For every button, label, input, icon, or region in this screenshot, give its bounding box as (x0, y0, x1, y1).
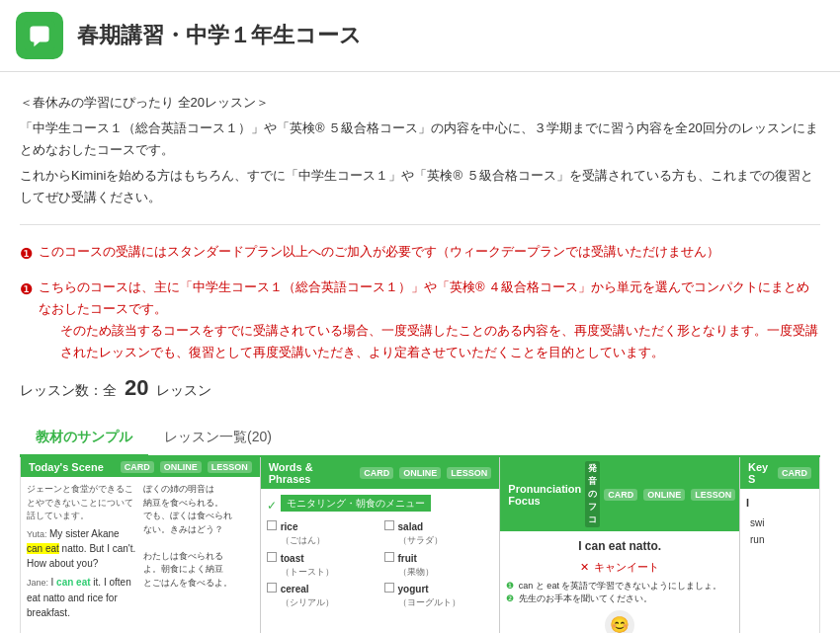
desc-line3: これからKiminiを始める方はもちろん、すでに「中学生コース１」や「英検® ５… (20, 165, 820, 208)
translation-text: ぼくの姉の明音は 納豆を食べられる。 でも、ぼくは食べられ ない。きみはどう？ … (143, 483, 254, 590)
pron-katakana: ✕ キャンイート (506, 559, 733, 576)
word-salad-jp: （サラダ） (398, 534, 443, 548)
warning-text-1: このコースの受講にはスタンダードプラン以上へのご加入が必要です（ウィークデープラ… (39, 241, 719, 263)
pron-note1: ❶ can と eat を英語で学習できないようにしましょ。 (506, 580, 733, 593)
tab-sample[interactable]: 教材のサンプル (20, 421, 148, 457)
words-checkmark-row: ✓ モニタリング・朝食のメニュー (267, 495, 494, 515)
card-today-scene-header: Today's Scene CARD ONLINE LESSON (21, 457, 260, 477)
card-badges: CARD ONLINE LESSON (117, 461, 252, 473)
checkbox-yogurt[interactable] (384, 583, 394, 593)
lesson-count-post: レッスン (156, 382, 211, 398)
highlight-can-eat: can eat (27, 543, 59, 554)
highlight-can-eat-2: can eat (56, 577, 90, 588)
card-words-header: Words & Phrases CARD ONLINE LESSON (261, 457, 500, 489)
pron-sentence: I can eat natto. (506, 537, 733, 555)
word-fruit: fruit （果物） (384, 551, 494, 580)
card-today-scene-title: Today's Scene (29, 461, 104, 473)
dialog-jane-name: Jane: (27, 578, 51, 588)
avatar-face: 😊 (610, 613, 630, 633)
card-pron-title: Pronunciation Focus (508, 483, 581, 507)
warning-icon-1: ❶ (20, 241, 33, 267)
main-content: ＜春休みの学習にぴったり 全20レッスン＞ 「中学生コース１（総合英語コース１）… (0, 72, 840, 633)
card-today-scene: Today's Scene CARD ONLINE LESSON ジェーンと食堂… (21, 457, 261, 633)
scene-translation: ぼくの姉の明音は 納豆を食べられる。 でも、ぼくは食べられ ない。きみはどう？ … (143, 483, 254, 620)
pron-note2: ❷ 先生のお手本を聞いてください。 (506, 593, 733, 606)
desc-line2: 「中学生コース１（総合英語コース１）」や「英検® ５級合格コース」の内容を中心に… (20, 118, 820, 161)
card-pron-badges: CARD ONLINE LESSON (600, 489, 735, 501)
badge-online2: ONLINE (399, 467, 441, 479)
words-col-right: salad （サラダ） fruit （果物） (384, 519, 494, 613)
warning-text-2: こちらのコースは、主に「中学生コース１（総合英語コース１）」や「英検® ４級合格… (39, 277, 820, 363)
dialog-yuta: Yuta: My sister Akane can eat natto. But… (27, 526, 137, 572)
checkbox-rice[interactable] (267, 520, 277, 530)
badge-card2: CARD (360, 467, 393, 479)
scene-dialog: ジェーンと食堂ができることやできないことについて話しています。 Yuta: My… (27, 483, 137, 620)
word-yogurt-jp: （ヨーグルト） (398, 596, 461, 610)
words-col-left: rice （ごはん） toast （トースト） (267, 519, 377, 613)
lesson-count-number: 20 (125, 375, 148, 400)
badge-card4: CARD (778, 467, 811, 479)
pron-katakana-text: キャンイート (594, 561, 659, 573)
dialog-yuta-name: Yuta: (27, 529, 49, 539)
card-today-scene-body: ジェーンと食堂ができることやできないことについて話しています。 Yuta: My… (21, 477, 260, 626)
word-fruit-text: fruit （果物） (398, 551, 434, 580)
sample-cards-row: Today's Scene CARD ONLINE LESSON ジェーンと食堂… (20, 457, 820, 633)
word-cereal: cereal （シリアル） (267, 582, 377, 610)
badge-online3: ONLINE (643, 489, 685, 501)
word-toast-text: toast （トースト） (281, 551, 334, 580)
pron-avatar: 😊 (605, 610, 634, 633)
word-toast-jp: （トースト） (281, 566, 334, 580)
word-rice: rice （ごはん） (267, 519, 377, 548)
badge-card: CARD (121, 461, 154, 473)
words-columns: rice （ごはん） toast （トースト） (267, 519, 494, 613)
card-key-scene: Key S CARD I swi run (740, 457, 819, 633)
word-fruit-jp: （果物） (398, 566, 434, 580)
page-header: 春期講習・中学１年生コース (0, 0, 840, 72)
badge-lesson2: LESSON (447, 467, 491, 479)
warning-icon-2: ❶ (20, 277, 33, 302)
warning-block-1: ❶ このコースの受講にはスタンダードプラン以上へのご加入が必要です（ウィークデー… (20, 241, 820, 267)
word-rice-jp: （ごはん） (281, 534, 325, 548)
checkbox-toast[interactable] (267, 552, 277, 562)
word-fruit-en: fruit (398, 551, 434, 566)
desc-line1: ＜春休みの学習にぴったり 全20レッスン＞ (20, 92, 820, 114)
badge-card3: CARD (604, 489, 637, 501)
checkmark-icon: ✓ (267, 497, 277, 514)
card-key-body: I swi run (740, 489, 819, 578)
word-toast-en: toast (281, 551, 334, 566)
warning-block-2: ❶ こちらのコースは、主に「中学生コース１（総合英語コース１）」や「英検® ４級… (20, 277, 820, 363)
tab-lesson-list[interactable]: レッスン一覧(20) (148, 421, 288, 457)
lesson-count-pre: レッスン数：全 (20, 382, 117, 398)
key-list-item-2: run (746, 532, 813, 547)
word-rice-en: rice (281, 519, 325, 534)
tab-bar: 教材のサンプル レッスン一覧(20) (20, 421, 820, 457)
page-title: 春期講習・中学１年生コース (77, 21, 362, 50)
key-list-item-1: swi (746, 515, 813, 530)
checkbox-fruit[interactable] (384, 552, 394, 562)
word-yogurt: yogurt （ヨーグルト） (384, 582, 494, 610)
card-words-phrases: Words & Phrases CARD ONLINE LESSON ✓ モニタ… (261, 457, 501, 633)
separator-1 (20, 224, 820, 225)
card-key-title: Key S (748, 461, 774, 485)
word-salad: salad （サラダ） (384, 519, 494, 548)
word-cereal-en: cereal (281, 582, 334, 596)
card-pron-header: Pronunciation Focus 発音のフコ CARD ONLINE LE… (500, 457, 739, 531)
word-toast: toast （トースト） (267, 551, 377, 580)
checkbox-cereal[interactable] (267, 583, 277, 593)
word-cereal-text: cereal （シリアル） (281, 582, 334, 610)
pron-notes: ❶ can と eat を英語で学習できないようにしましょ。 ❷ 先生のお手本を… (506, 580, 733, 606)
course-description: ＜春休みの学習にぴったり 全20レッスン＞ 「中学生コース１（総合英語コース１）… (20, 92, 820, 208)
warning-text-2b: そのため該当するコースをすでに受講されている場合、一度受講したことのある内容を、… (60, 320, 820, 363)
cross-icon: ✕ (580, 561, 589, 573)
word-cereal-jp: （シリアル） (281, 596, 334, 610)
card-key-header: Key S CARD (740, 457, 819, 489)
words-menu-title: モニタリング・朝食のメニュー (281, 495, 431, 512)
warning-text-2a: こちらのコースは、主に「中学生コース１（総合英語コース１）」や「英検® ４級合格… (39, 277, 820, 320)
card-pron-body: I can eat natto. ✕ キャンイート ❶ can と eat を英… (500, 531, 739, 633)
badge-online: ONLINE (160, 461, 202, 473)
card-pronunciation: Pronunciation Focus 発音のフコ CARD ONLINE LE… (500, 457, 740, 633)
word-salad-en: salad (398, 519, 443, 534)
word-yogurt-en: yogurt (398, 582, 461, 596)
card-words-body: ✓ モニタリング・朝食のメニュー rice （ごはん） (261, 489, 500, 619)
checkbox-salad[interactable] (384, 520, 394, 530)
